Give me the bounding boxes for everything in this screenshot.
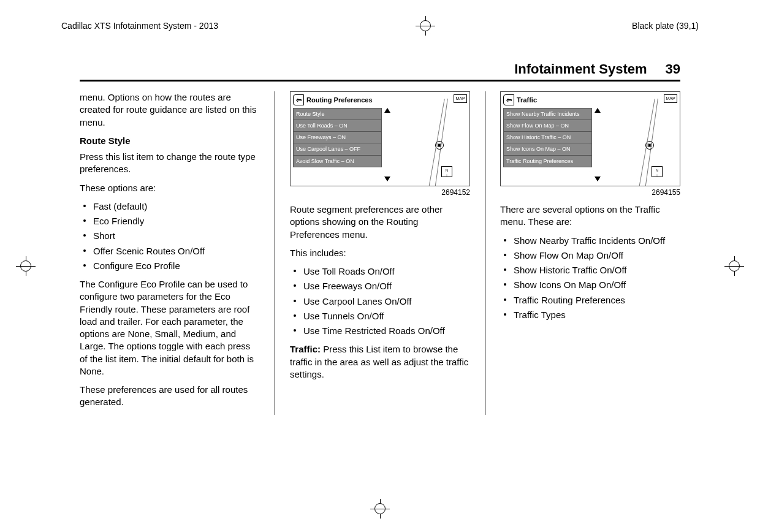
page-number: 39 bbox=[666, 61, 680, 77]
bullet-icon bbox=[504, 283, 506, 286]
scrollbar bbox=[384, 108, 391, 181]
list-item: Configure Eco Profile bbox=[80, 260, 260, 272]
columns: menu. Options on how the routes are crea… bbox=[80, 91, 680, 415]
chevron-down-icon bbox=[384, 177, 390, 181]
col1-heading: Route Style bbox=[80, 135, 260, 147]
list-item: Eco Friendly bbox=[80, 215, 260, 227]
bullet-icon bbox=[294, 329, 296, 332]
list-item: Show Icons On Map On/Off bbox=[500, 279, 680, 291]
list-item-label: Traffic Types bbox=[514, 310, 566, 320]
col1-p4: These preferences are used for all route… bbox=[80, 384, 260, 409]
col2-p2: This includes: bbox=[290, 247, 470, 259]
chevron-up-icon bbox=[595, 108, 601, 113]
column-2: ⇦ Routing Preferences MAP Route Style Us… bbox=[290, 91, 470, 415]
figure-caption: 2694152 bbox=[290, 188, 470, 197]
col3-p1: There are several options on the Traffic… bbox=[500, 203, 680, 229]
list-item: Fast (default) bbox=[80, 200, 260, 213]
bullet-icon bbox=[83, 264, 86, 267]
list-item: Show Historic Traffic On/Off bbox=[500, 264, 680, 276]
figure-title: Traffic bbox=[517, 96, 537, 105]
list-item-label: Use Carpool Lanes On/Off bbox=[303, 296, 411, 306]
bullet-icon bbox=[294, 300, 296, 302]
menu-row: Avoid Slow Traffic – ON bbox=[293, 156, 382, 167]
list-item-label: Eco Friendly bbox=[93, 216, 144, 226]
list-item: Use Freeways On/Off bbox=[290, 280, 470, 292]
list-item: Offer Scenic Routes On/Off bbox=[80, 245, 260, 257]
list-item-label: Traffic Routing Preferences bbox=[514, 295, 625, 305]
col2-p3: Traffic: Press this List item to browse … bbox=[290, 343, 470, 381]
list-item-label: Configure Eco Profile bbox=[93, 260, 180, 271]
chevron-down-icon bbox=[595, 177, 601, 181]
scrollbar bbox=[594, 108, 601, 181]
column-separator bbox=[275, 91, 275, 415]
figure-menu: Show Nearby Traffic Incidents Show Flow … bbox=[503, 108, 592, 167]
compass-icon: N↑ bbox=[441, 166, 452, 177]
col1-list: Fast (default) Eco Friendly Short Offer … bbox=[80, 200, 260, 272]
menu-row: Show Historic Traffic – ON bbox=[503, 132, 592, 143]
list-item: Use Carpool Lanes On/Off bbox=[290, 295, 470, 308]
crop-mark-left bbox=[17, 257, 34, 275]
list-item-label: Show Icons On Map On/Off bbox=[514, 279, 626, 290]
bullet-icon bbox=[504, 298, 506, 301]
chevron-up-icon bbox=[384, 108, 390, 113]
bullet-icon bbox=[294, 314, 296, 317]
bullet-icon bbox=[83, 234, 86, 237]
section-title: Infotainment System bbox=[514, 61, 647, 77]
traffic-label: Traffic: bbox=[290, 344, 321, 354]
figure-routing-preferences: ⇦ Routing Preferences MAP Route Style Us… bbox=[290, 91, 470, 186]
list-item-label: Use Time Restricted Roads On/Off bbox=[303, 325, 445, 336]
col3-list: Show Nearby Traffic Incidents On/Off Sho… bbox=[500, 235, 680, 322]
compass-icon: N↑ bbox=[652, 166, 663, 177]
list-item-label: Show Historic Traffic On/Off bbox=[514, 265, 627, 275]
bullet-icon bbox=[83, 219, 86, 222]
print-header: Cadillac XTS Infotainment System - 2013 … bbox=[61, 17, 699, 34]
menu-row: Use Toll Roads – ON bbox=[293, 120, 382, 132]
list-item: Traffic Types bbox=[500, 309, 680, 321]
doc-title: Cadillac XTS Infotainment System - 2013 bbox=[61, 21, 218, 31]
list-item-label: Use Toll Roads On/Off bbox=[303, 266, 395, 276]
map-button-icon: MAP bbox=[664, 94, 677, 103]
figure-caption: 2694155 bbox=[500, 188, 680, 197]
column-separator bbox=[485, 91, 485, 415]
list-item-label: Use Freeways On/Off bbox=[303, 281, 392, 291]
bullet-icon bbox=[504, 254, 506, 256]
col1-p1: Press this list item to change the route… bbox=[80, 151, 260, 176]
col1-p3: The Configure Eco Profile can be used to… bbox=[80, 278, 260, 378]
menu-row: Use Carpool Lanes – OFF bbox=[293, 143, 382, 155]
vehicle-marker-icon: ▣ bbox=[435, 141, 444, 150]
bullet-icon bbox=[83, 205, 86, 207]
list-item-label: Offer Scenic Routes On/Off bbox=[93, 246, 205, 256]
list-item: Traffic Routing Preferences bbox=[500, 294, 680, 306]
running-header: Infotainment System 39 bbox=[80, 61, 680, 82]
menu-row: Show Icons On Map – ON bbox=[503, 143, 592, 155]
figure-title: Routing Preferences bbox=[306, 96, 373, 105]
bullet-icon bbox=[504, 268, 506, 271]
list-item: Use Toll Roads On/Off bbox=[290, 265, 470, 278]
map-road-icon bbox=[602, 104, 676, 184]
col2-list: Use Toll Roads On/Off Use Freeways On/Of… bbox=[290, 265, 470, 337]
bullet-icon bbox=[504, 239, 506, 241]
menu-row: Route Style bbox=[293, 108, 382, 120]
list-item: Use Tunnels On/Off bbox=[290, 310, 470, 322]
list-item: Short bbox=[80, 230, 260, 242]
plate-label: Black plate (39,1) bbox=[632, 21, 699, 31]
column-1: menu. Options on how the routes are crea… bbox=[80, 91, 260, 415]
column-3: ⇦ Traffic MAP Show Nearby Traffic Incide… bbox=[500, 91, 680, 415]
list-item-label: Fast (default) bbox=[93, 201, 147, 211]
back-icon: ⇦ bbox=[503, 94, 514, 105]
crop-mark-bottom bbox=[371, 500, 389, 517]
vehicle-marker-icon: ▣ bbox=[645, 141, 654, 150]
list-item: Show Flow On Map On/Off bbox=[500, 249, 680, 262]
col2-p1: Route segment preferences are other opti… bbox=[290, 203, 470, 241]
crop-mark-top bbox=[417, 17, 434, 34]
crop-mark-right bbox=[726, 257, 743, 275]
menu-row: Use Freeways – ON bbox=[293, 132, 382, 143]
menu-row: Traffic Routing Preferences bbox=[503, 156, 592, 167]
menu-row: Show Flow On Map – ON bbox=[503, 120, 592, 132]
figure-traffic: ⇦ Traffic MAP Show Nearby Traffic Incide… bbox=[500, 91, 680, 186]
col1-intro: menu. Options on how the routes are crea… bbox=[80, 91, 260, 129]
col1-p2: These options are: bbox=[80, 182, 260, 194]
map-button-icon: MAP bbox=[454, 94, 467, 103]
list-item-label: Show Flow On Map On/Off bbox=[514, 250, 623, 260]
bullet-icon bbox=[294, 284, 296, 287]
